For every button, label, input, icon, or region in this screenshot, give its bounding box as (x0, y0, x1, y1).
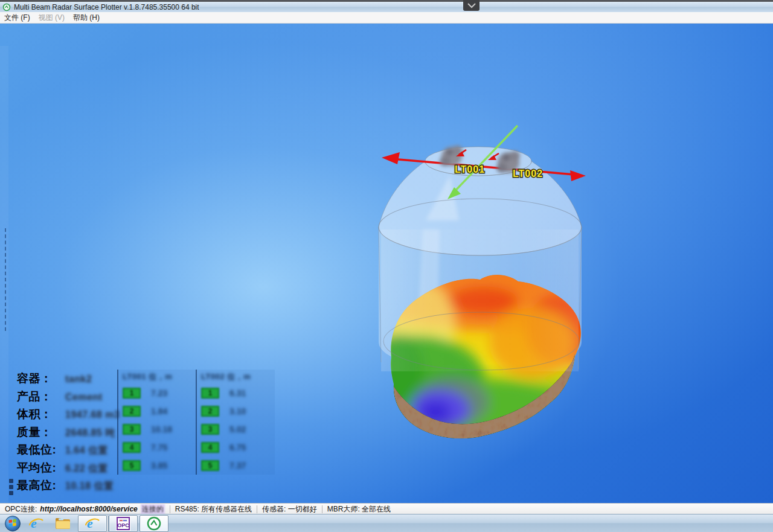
info-label: 最高位: (17, 478, 65, 493)
beam-index-cell: 4 (123, 442, 141, 453)
beam-index-cell: 5 (123, 460, 141, 471)
taskbar-file-explorer[interactable] (50, 516, 76, 531)
beam-index-cell: 2 (123, 406, 141, 417)
material-surface-plot (346, 229, 607, 438)
svg-text:e: e (31, 516, 37, 531)
tank-info-panel: 容器：tank2 产品：Cement 体积：1947.68 m3 质量：2648… (17, 371, 120, 496)
beam-value: 3.10 (229, 406, 246, 416)
table-row: 53.85 (123, 457, 196, 475)
titlebar: Multi Beam Radar Surface Plotter v.1.8.7… (0, 2, 773, 13)
status-rs485: RS485: 所有传感器在线 (170, 504, 257, 514)
beam-value: 6.75 (229, 443, 246, 452)
taskbar: e e OPC (0, 514, 773, 532)
windows-logo-icon (4, 515, 21, 532)
table-row: 310.18 (123, 420, 196, 438)
info-label: 质量： (17, 425, 65, 440)
beam-value: 7.23 (151, 388, 167, 398)
status-opc: OPC连接: http://localhost:8000/service 连接的 (0, 504, 170, 514)
info-row-avg-level: 平均位:6.22 位置 (17, 460, 120, 478)
status-opc-label: OPC连接: (5, 504, 37, 514)
taskbar-internet-explorer[interactable]: e (23, 516, 50, 531)
svg-text:e: e (87, 516, 93, 531)
info-row-volume: 体积：1947.68 m3 (17, 406, 120, 425)
beam-index-cell: 3 (123, 424, 141, 435)
beam-value: 3.85 (151, 461, 167, 470)
table-row: 47.75 (123, 438, 196, 457)
table-row: 16.31 (201, 384, 275, 402)
window-title: Multi Beam Radar Surface Plotter v.1.8.7… (14, 3, 199, 11)
info-value: 2648.85 吨 (65, 427, 115, 440)
table-row: 17.23 (123, 384, 196, 402)
start-button[interactable] (2, 515, 23, 532)
sensor-table-lt002: LT002 位，m 16.31 23.10 35.02 46.75 57.37 (196, 370, 275, 475)
beam-value: 1.84 (151, 406, 167, 416)
menu-help[interactable]: 帮助 (H) (69, 12, 104, 23)
info-label: 平均位: (17, 460, 65, 476)
status-sensors: 传感器: 一切都好 (257, 504, 322, 514)
taskbar-mbr-plotter[interactable] (140, 515, 168, 532)
info-value: 1947.68 m3 (65, 409, 120, 420)
info-value: Cement (65, 392, 103, 403)
status-mbr: MBR大师: 全部在线 (322, 504, 396, 514)
table-header: LT001 位，m (123, 370, 196, 384)
status-opc-state: 连接的 (141, 504, 165, 514)
taskbar-opc-client[interactable]: OPC (109, 515, 138, 532)
menu-file[interactable]: 文件 (F) (0, 12, 34, 23)
table-row: 57.37 (201, 457, 275, 475)
table-row: 46.75 (201, 438, 275, 457)
mbr-plotter-icon (146, 516, 162, 531)
top-connection-strip (0, 0, 773, 2)
info-row-max-level: 最高位:10.18 位置 (17, 478, 120, 496)
opc-client-icon: OPC (115, 516, 131, 531)
sensor-label-lt002: LT002 (513, 168, 543, 179)
info-label: 最低位: (17, 442, 65, 458)
menu-view[interactable]: 视图 (V) (34, 12, 69, 23)
sensor-table-lt001: LT001 位，m 17.23 21.84 310.18 47.75 53.85 (117, 370, 196, 475)
menubar: 文件 (F) 视图 (V) 帮助 (H) (0, 12, 773, 24)
beam-index-cell: 1 (123, 388, 141, 399)
beam-index-cell: 1 (201, 388, 219, 399)
table-row: 35.02 (201, 420, 275, 438)
info-row-container: 容器：tank2 (17, 371, 120, 389)
beam-index-cell: 2 (201, 406, 219, 417)
application-window: Multi Beam Radar Surface Plotter v.1.8.7… (0, 0, 773, 532)
info-label: 容器： (17, 371, 65, 386)
beam-value: 5.02 (229, 425, 246, 434)
app-logo-icon (2, 3, 11, 11)
svg-text:OPC: OPC (117, 522, 129, 528)
beam-index-cell: 5 (201, 460, 219, 471)
sensor-label-lt001: LT001 (455, 164, 485, 175)
status-opc-url: http://localhost:8000/service (40, 505, 137, 513)
table-header: LT002 位，m (201, 370, 275, 384)
info-label: 体积： (17, 406, 65, 422)
internet-explorer-icon: e (28, 516, 44, 531)
table-row: 21.84 (123, 402, 196, 420)
beam-index-cell: 4 (201, 442, 219, 453)
beam-value: 7.75 (151, 443, 167, 452)
beam-value: 6.31 (229, 388, 246, 398)
taskbar-internet-explorer-window[interactable]: e (78, 515, 107, 532)
statusbar: OPC连接: http://localhost:8000/service 连接的… (0, 503, 773, 514)
internet-explorer-icon: e (85, 516, 100, 531)
info-value: 10.18 位置 (65, 480, 114, 493)
info-row-product: 产品：Cement (17, 389, 120, 407)
beam-value: 10.18 (151, 425, 172, 434)
beam-index-cell: 3 (201, 424, 219, 435)
beam-value: 7.37 (229, 461, 246, 470)
folder-icon (55, 517, 71, 530)
info-row-min-level: 最低位:1.64 位置 (17, 442, 120, 460)
info-value: 1.64 位置 (65, 444, 108, 457)
info-label: 产品： (17, 389, 65, 405)
info-value: 6.22 位置 (65, 463, 108, 475)
chevron-down-icon[interactable] (463, 0, 480, 11)
info-row-mass: 质量：2648.85 吨 (17, 425, 120, 443)
info-value: tank2 (65, 374, 92, 385)
table-row: 23.10 (201, 402, 275, 420)
